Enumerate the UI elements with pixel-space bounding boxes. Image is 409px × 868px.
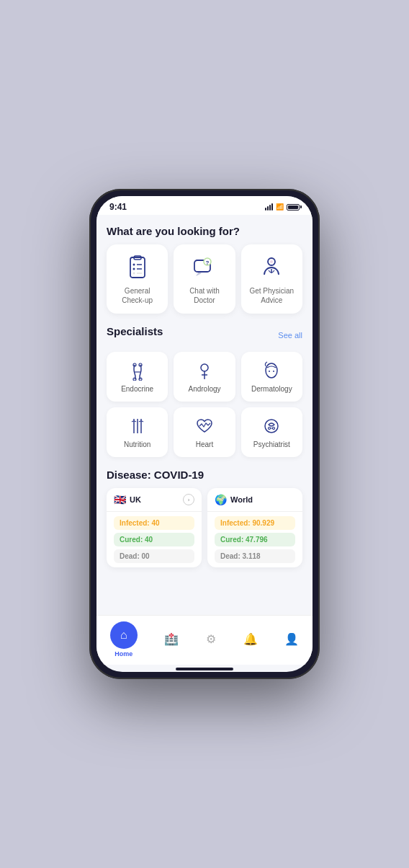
specialist-label-psychiatrist: Psychiatrist: [253, 440, 290, 448]
svg-point-25: [273, 371, 274, 372]
bell-icon: 🔔: [243, 632, 258, 646]
signal-bars-icon: [265, 203, 273, 211]
phone-shell: 9:41 📶 What are you looking for?: [89, 189, 320, 679]
status-time: 9:41: [109, 202, 127, 212]
phone-screen: 9:41 📶 What are you looking for?: [96, 196, 313, 672]
andrology-icon: [194, 360, 215, 381]
svg-point-20: [201, 364, 208, 371]
svg-point-30: [269, 428, 271, 430]
specialist-card-endocrine[interactable]: Endocrine: [107, 352, 168, 402]
uk-cured-stat: Cured: 40: [114, 533, 194, 546]
wifi-icon: 📶: [276, 203, 284, 211]
svg-rect-0: [130, 257, 145, 278]
action-card-chat-doctor[interactable]: ? Chat withDoctor: [174, 244, 235, 314]
settings-icon: ⚙: [206, 632, 216, 646]
home-icon: ⌂: [110, 621, 138, 649]
bottom-nav: ⌂ Home 🏥 ⚙ 🔔 👤: [96, 615, 313, 665]
physician-advice-icon: [257, 253, 286, 282]
covid-cards-row: 🇬🇧 UK › Infected: 40 Cured: 40 Dead: 00: [107, 488, 302, 567]
specialists-header: Specialists See all: [107, 325, 302, 345]
specialists-grid: Endocrine Andrology: [107, 352, 302, 457]
action-label-general-checkup: GeneralCheck-up: [122, 286, 153, 305]
world-stats: Infected: 90.929 Cured: 47.796 Dead: 3.1…: [207, 512, 302, 567]
see-all-link[interactable]: See all: [278, 331, 302, 340]
nutrition-icon: [127, 416, 148, 436]
specialist-card-heart[interactable]: Heart: [174, 407, 235, 457]
covid-card-uk: 🇬🇧 UK › Infected: 40 Cured: 40 Dead: 00: [107, 488, 202, 567]
svg-point-13: [270, 260, 273, 263]
page-title: What are you looking for?: [107, 225, 302, 237]
svg-point-2: [132, 264, 135, 266]
general-checkup-icon: [123, 253, 152, 282]
specialist-label-heart: Heart: [196, 440, 213, 448]
home-indicator: [176, 668, 233, 670]
medical-icon: 🏥: [164, 632, 179, 646]
specialist-card-psychiatrist[interactable]: Psychiatrist: [241, 407, 302, 457]
svg-point-24: [269, 371, 270, 372]
specialist-label-dermatology: Dermatology: [251, 385, 292, 393]
specialist-label-nutrition: Nutrition: [124, 440, 150, 448]
svg-point-6: [132, 273, 135, 275]
psychiatrist-icon: [261, 416, 282, 436]
covid-card-world: 🌍 World Infected: 90.929 Cured: 47.796 D…: [207, 488, 302, 567]
svg-point-23: [266, 363, 277, 378]
specialist-card-nutrition[interactable]: Nutrition: [107, 407, 168, 457]
nav-item-notifications[interactable]: 🔔: [243, 632, 258, 647]
nav-item-medical[interactable]: 🏥: [164, 632, 179, 647]
action-card-general-checkup[interactable]: GeneralCheck-up: [107, 244, 168, 314]
main-content: What are you looking for?: [96, 215, 313, 615]
quick-actions-row: GeneralCheck-up ? Chat withDoctor: [107, 244, 302, 314]
specialist-label-endocrine: Endocrine: [121, 385, 153, 393]
uk-flag-icon: 🇬🇧: [114, 494, 126, 505]
uk-country-label: 🇬🇧 UK: [114, 494, 141, 505]
nav-item-settings[interactable]: ⚙: [206, 632, 216, 647]
uk-stats: Infected: 40 Cured: 40 Dead: 00: [107, 512, 202, 567]
svg-text:?: ?: [206, 260, 210, 266]
specialists-title: Specialists: [107, 325, 163, 337]
action-card-physician-advice[interactable]: Get PhysicianAdvice: [241, 244, 302, 314]
covid-card-uk-header: 🇬🇧 UK ›: [107, 488, 202, 512]
world-country-label: 🌍 World: [215, 494, 253, 505]
disease-title: Disease: COVID-19: [107, 469, 302, 481]
svg-point-31: [273, 428, 275, 430]
specialist-card-andrology[interactable]: Andrology: [174, 352, 235, 402]
status-icons: 📶: [265, 203, 300, 211]
action-label-physician-advice: Get PhysicianAdvice: [249, 286, 294, 305]
action-label-chat-doctor: Chat withDoctor: [189, 286, 220, 305]
heart-icon: [194, 416, 215, 436]
world-flag-icon: 🌍: [215, 494, 227, 505]
uk-chevron-icon[interactable]: ›: [183, 494, 194, 505]
uk-infected-stat: Infected: 40: [114, 516, 194, 530]
battery-icon: [287, 204, 300, 211]
status-bar: 9:41 📶: [96, 196, 313, 215]
nav-item-home[interactable]: ⌂ Home: [110, 621, 138, 657]
specialist-label-andrology: Andrology: [188, 385, 220, 393]
specialist-card-dermatology[interactable]: Dermatology: [241, 352, 302, 402]
profile-icon: 👤: [284, 632, 299, 646]
nav-label-home: Home: [114, 650, 132, 657]
world-dead-stat: Dead: 3.118: [215, 549, 295, 563]
uk-country-name: UK: [130, 495, 141, 504]
svg-point-4: [132, 268, 135, 270]
nav-item-profile[interactable]: 👤: [284, 632, 299, 647]
chat-doctor-icon: ?: [190, 253, 219, 282]
covid-card-world-header: 🌍 World: [207, 488, 302, 512]
world-country-name: World: [230, 495, 253, 504]
world-infected-stat: Infected: 90.929: [215, 516, 295, 530]
endocrine-icon: [127, 360, 148, 381]
world-cured-stat: Cured: 47.796: [215, 533, 295, 546]
uk-dead-stat: Dead: 00: [114, 549, 194, 563]
disease-section: Disease: COVID-19 🇬🇧 UK › Infected:: [107, 469, 302, 567]
dermatology-icon: [261, 360, 282, 381]
